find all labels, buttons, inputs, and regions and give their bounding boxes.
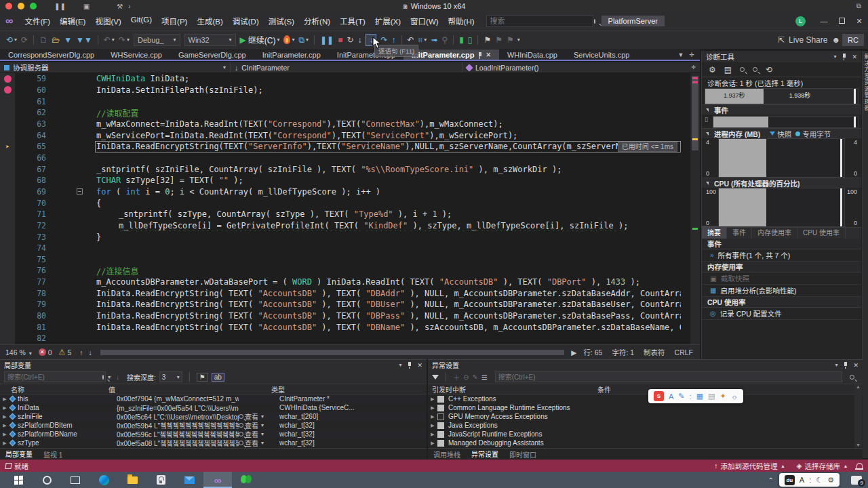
- breakpoint-gutter[interactable]: [0, 197, 15, 209]
- expander-icon[interactable]: ▶: [0, 405, 9, 411]
- stop-debug-icon[interactable]: ■: [338, 35, 342, 45]
- panel-tab[interactable]: 监视 1: [38, 449, 68, 460]
- cpu-graph[interactable]: [718, 188, 845, 227]
- menu-item[interactable]: 工具(T): [335, 16, 370, 26]
- collapse-icon[interactable]: –: [77, 188, 83, 195]
- breakpoint-gutter[interactable]: [0, 310, 15, 322]
- menu-item[interactable]: 分析(N): [299, 16, 335, 26]
- code-line[interactable]: 77m_AccountsDBParameter.wDataBasePort = …: [0, 277, 690, 288]
- copy-windows-icon[interactable]: ⧉: [856, 2, 861, 10]
- raw-view-toggle-icon[interactable]: ab: [212, 373, 224, 382]
- heap-profiling-link[interactable]: ▦启用堆分析(会影响性能): [702, 285, 861, 297]
- code-text[interactable]: [95, 254, 681, 266]
- visual-studio-taskbar-icon[interactable]: ∞: [203, 472, 232, 488]
- ime-icon[interactable]: :: [690, 392, 692, 401]
- code-text[interactable]: [95, 243, 681, 254]
- take-snapshot-link[interactable]: ▣截取快照: [702, 272, 861, 285]
- code-line[interactable]: 63m_wMaxConnect=IniData.ReadInt(TEXT("Co…: [0, 119, 690, 130]
- exception-checkbox[interactable]: [437, 431, 444, 438]
- ime-icon[interactable]: du: [785, 475, 795, 485]
- scroll-right-icon[interactable]: ▶: [571, 348, 576, 357]
- expander-icon[interactable]: ▶: [0, 423, 9, 428]
- code-text[interactable]: _sntprintf( szType, CountArray( szType )…: [95, 209, 681, 220]
- locals-search-input[interactable]: [5, 373, 100, 381]
- select-tool-icon[interactable]: ⚲: [441, 35, 448, 45]
- exception-checkbox[interactable]: [437, 422, 444, 429]
- ime-icon[interactable]: ✎: [678, 392, 684, 401]
- breakpoint-gutter[interactable]: [0, 175, 15, 186]
- next-bookmark-icon[interactable]: ⚑: [507, 35, 514, 45]
- ime-icon[interactable]: ✦: [719, 392, 726, 401]
- breakpoint-gutter[interactable]: [0, 287, 15, 299]
- class-dropdown[interactable]: ↓CInitParameter: [231, 62, 462, 73]
- restart-icon[interactable]: ↻: [347, 35, 353, 45]
- document-tab[interactable]: InitParameter.cpp: [254, 49, 329, 60]
- filter-icon[interactable]: [432, 375, 439, 380]
- ime-icon[interactable]: ☾: [816, 476, 823, 485]
- diagnostics-title-bar[interactable]: 诊断工具 ▾✕: [702, 51, 861, 62]
- exception-row[interactable]: ▶Java Exceptions: [428, 421, 863, 430]
- code-text[interactable]: m_wMaxConnect=IniData.ReadInt(TEXT("Corr…: [95, 119, 681, 130]
- breakpoint-gutter[interactable]: [0, 107, 15, 119]
- breakpoint-gutter[interactable]: [0, 243, 15, 254]
- solution-explorer-side-tab[interactable]: 解决方案资源管理器: [863, 51, 868, 112]
- diagnostics-tab[interactable]: CPU 使用率: [797, 226, 846, 239]
- run-to-click-icon[interactable]: ➟: [431, 35, 437, 45]
- editor-vertical-scrollbar[interactable]: [690, 73, 700, 344]
- live-share-icon[interactable]: ⇱: [778, 35, 785, 45]
- code-text[interactable]: }: [95, 231, 681, 243]
- code-text[interactable]: //连接信息: [95, 265, 681, 277]
- background-tasks-icon[interactable]: [5, 463, 12, 469]
- code-text[interactable]: for ( int i = 0; i < CountArray( m_llDef…: [95, 186, 681, 198]
- exception-row[interactable]: ▶C++ Exceptions: [428, 394, 863, 403]
- code-text[interactable]: [95, 152, 681, 164]
- breakpoint-gutter[interactable]: [0, 73, 15, 85]
- code-text[interactable]: IniData.SetIniFilePath(szIniFile);: [95, 85, 681, 96]
- document-tab[interactable]: GameServerDlg.cpp: [170, 49, 254, 60]
- diagnostics-tab[interactable]: 事件: [727, 226, 752, 239]
- code-text[interactable]: _sntprintf( szIniFile, CountArray( szIni…: [95, 163, 681, 175]
- file-explorer-icon[interactable]: [118, 472, 146, 488]
- record-cpu-link[interactable]: ◎记录 CPU 配置文件: [702, 308, 861, 320]
- document-tab[interactable]: ServiceUnits.cpp: [566, 49, 638, 60]
- project-scope-dropdown[interactable]: 协调服务器▾: [0, 62, 231, 73]
- code-line[interactable]: 60IniData.SetIniFilePath(szIniFile);: [0, 85, 690, 96]
- tabs-indicator[interactable]: 制表符: [644, 347, 665, 357]
- memory-graph[interactable]: [718, 138, 845, 178]
- code-line[interactable]: 62//读取配置: [0, 107, 690, 119]
- panel-tab[interactable]: 局部变量: [0, 448, 38, 461]
- minimize-button[interactable]: —: [815, 17, 833, 25]
- edge-icon[interactable]: [90, 472, 118, 488]
- expander-icon[interactable]: ▶: [428, 405, 437, 411]
- cpu-section-header[interactable]: CPU (所有处理器的百分比): [702, 178, 861, 188]
- close-icon[interactable]: ✕: [853, 362, 859, 369]
- exception-row[interactable]: ▶Managed Debugging Assistants: [428, 439, 863, 447]
- step-out-icon[interactable]: ↑: [392, 35, 396, 45]
- menu-item[interactable]: 帮助(H): [443, 16, 479, 26]
- code-text[interactable]: IniData.ReadEncryptString( TEXT( "Accoun…: [95, 299, 681, 310]
- new-file-icon[interactable]: 🗋: [39, 35, 47, 45]
- undo-small-icon[interactable]: ↶: [408, 35, 414, 45]
- breakpoint-gutter[interactable]: [0, 265, 15, 277]
- code-line[interactable]: 79IniData.ReadEncryptString( TEXT( "Acco…: [0, 299, 690, 310]
- save-all-icon[interactable]: ▼▼: [76, 35, 92, 45]
- menu-item[interactable]: 生成(B): [192, 16, 227, 26]
- menu-item[interactable]: 调试(D): [228, 16, 264, 26]
- global-search[interactable]: [486, 15, 593, 27]
- code-line[interactable]: 76//连接信息: [0, 265, 690, 277]
- close-button[interactable]: ✕: [850, 17, 868, 26]
- warning-count[interactable]: 5: [67, 348, 71, 357]
- breakpoint-icon[interactable]: [4, 75, 12, 83]
- ime-icon[interactable]: ▤: [708, 392, 715, 401]
- green-app-icon[interactable]: [232, 472, 260, 488]
- select-repository-button[interactable]: 选择存储库: [804, 461, 840, 471]
- nav-forward-icon[interactable]: ⟳: [21, 35, 28, 45]
- expander-icon[interactable]: ▶: [428, 432, 437, 437]
- menu-item[interactable]: 窗口(W): [406, 16, 443, 26]
- breakpoint-gutter[interactable]: [0, 220, 15, 232]
- export-icon[interactable]: ▤: [724, 65, 732, 75]
- code-text[interactable]: //读取配置: [95, 107, 681, 119]
- code-line[interactable]: 67_sntprintf( szIniFile, CountArray( szI…: [0, 163, 690, 175]
- value-viewer-button[interactable]: 查看▾: [239, 438, 279, 448]
- exception-row[interactable]: ▶GPU Memory Access Exceptions: [428, 412, 863, 421]
